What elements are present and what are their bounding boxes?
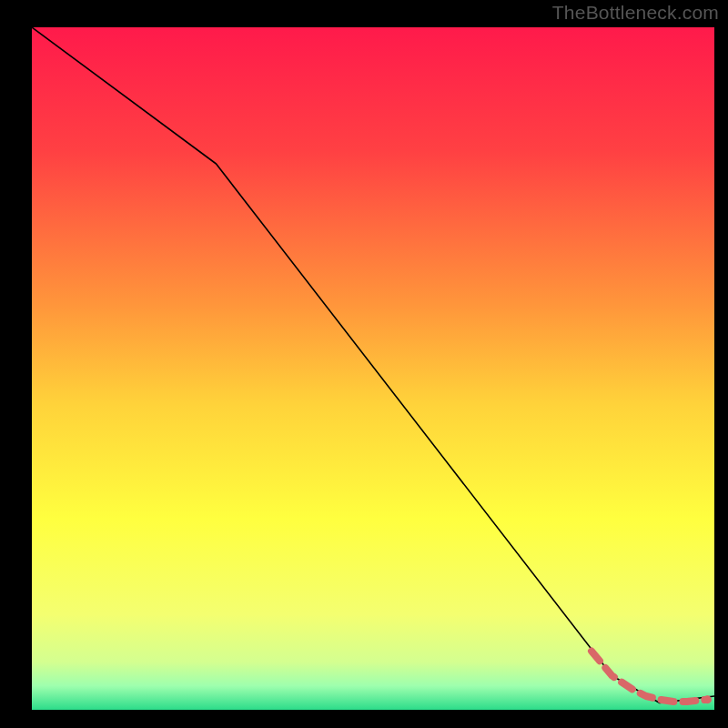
plot-area bbox=[32, 27, 714, 710]
chart-frame: TheBottleneck.com bbox=[0, 0, 728, 728]
attribution-label: TheBottleneck.com bbox=[552, 2, 719, 24]
gradient-background bbox=[32, 27, 714, 710]
chart-svg bbox=[32, 27, 714, 710]
series-highlight-segment-end-marker bbox=[703, 695, 712, 703]
